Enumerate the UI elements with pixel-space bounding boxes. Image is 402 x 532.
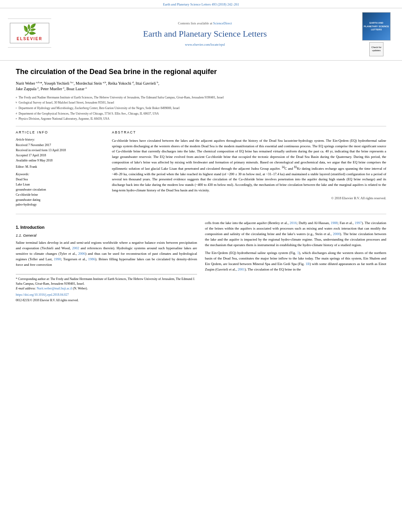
ref-fan-1997[interactable]: 1997 xyxy=(355,221,362,225)
contents-available-line: Contents lists available at ScienceDirec… xyxy=(59,21,351,26)
body-para-right-1: cells from the lake into the adjacent aq… xyxy=(205,221,386,248)
section-divider xyxy=(16,126,386,126)
journal-reference: Earth and Planetary Science Letters 493 … xyxy=(163,2,239,6)
keywords-label: Keywords: xyxy=(16,172,102,176)
ref-yechieli-2002[interactable]: 2002 xyxy=(72,246,79,250)
corresponding-author-note: * Corresponding author at: The Fredy and… xyxy=(16,277,197,286)
epsl-logo: EARTH AND PLANETARY SCIENCE LETTERS xyxy=(362,12,391,41)
article-title: The circulation of the Dead Sea brine in… xyxy=(16,67,386,77)
body-right-column: cells from the lake into the adjacent aq… xyxy=(205,221,386,302)
keyword-gw-dating: groundwater dating xyxy=(16,198,102,203)
body-left-column: 1. Introduction 1.1. General Saline term… xyxy=(16,221,197,302)
article-info-title: ARTICLE INFO xyxy=(16,130,102,135)
subsection-1-1-heading: 1.1. General xyxy=(16,233,197,238)
affiliation-c: c Department of Hydrology and Microbiolo… xyxy=(16,106,386,111)
editor-line: Editor: M. Frank xyxy=(16,165,102,170)
received-date: Received 7 November 2017 xyxy=(16,143,102,148)
abstract-section: ABSTRACT Ca-chloride brines have circula… xyxy=(112,130,386,208)
keyword-dead-sea: Dead Sea xyxy=(16,177,102,182)
affiliation-d: d Department of the Geophysical Sciences… xyxy=(16,111,386,116)
email-note: E-mail address: Nurit.weber@mail.huji.ac… xyxy=(16,286,197,291)
affiliation-e: e Physics Division, Argonne National Lab… xyxy=(16,117,386,121)
journal-center-info: Contents lists available at ScienceDirec… xyxy=(51,21,359,48)
ref-gavrieli-2001[interactable]: 2001 xyxy=(238,267,245,271)
journal-title: Earth and Planetary Science Letters xyxy=(59,28,351,40)
authors-line: Nurit Weber a,b,*, Yoseph Yechieli b,c, … xyxy=(16,81,386,92)
footer-copyright: 0012-821X/© 2018 Elsevier B.V. All right… xyxy=(16,298,197,303)
ref-torgersen-1986[interactable]: 1986 xyxy=(88,257,95,261)
keyword-gw-circ: groundwater circulation xyxy=(16,187,102,193)
journal-header: 🌿 ELSEVIER Contents lists available at S… xyxy=(0,8,402,61)
available-date: Available online 9 May 2018 xyxy=(16,158,102,163)
elsevier-logo-container: 🌿 ELSEVIER xyxy=(8,19,51,48)
keyword-lake-lisan: Lake Lisan xyxy=(16,182,102,187)
crossmark-badge: Check for updates xyxy=(369,42,383,56)
affiliation-b: b Geological Survey of Israel, 30 Malche… xyxy=(16,100,386,105)
keyword-ca-chloride: Ca-chloride brine xyxy=(16,193,102,198)
section-1-heading: 1. Introduction xyxy=(16,224,197,230)
accepted-date: Accepted 17 April 2018 xyxy=(16,153,102,158)
ref-stein-2000[interactable]: 2000 xyxy=(333,232,340,236)
copyright-line: © 2018 Elsevier B.V. All rights reserved… xyxy=(112,196,386,201)
ref-teller-1990[interactable]: 1990 xyxy=(54,257,61,261)
affiliations: a The Fredy and Nadine Herrmann Institut… xyxy=(16,95,386,121)
elsevier-tree-icon: 🌿 xyxy=(12,24,47,35)
body-divider xyxy=(16,214,386,214)
journal-reference-bar: Earth and Planetary Science Letters 493 … xyxy=(0,0,402,8)
affiliation-a: a The Fredy and Nadine Herrmann Institut… xyxy=(16,95,386,100)
ref-tyler-2006[interactable]: 2006 xyxy=(78,252,85,256)
abstract-text: Ca-chloride brines have circulated betwe… xyxy=(112,138,386,193)
article-content: The circulation of the Dead Sea brine in… xyxy=(0,63,402,311)
body-content: 1. Introduction 1.1. General Saline term… xyxy=(16,221,386,302)
ref-duffy-1988[interactable]: 1988 xyxy=(331,221,338,225)
article-footer: * Corresponding author at: The Fredy and… xyxy=(16,274,197,303)
received-revised-date: Received in revised form 13 April 2018 xyxy=(16,148,102,153)
body-para-1: Saline terminal lakes develop in arid an… xyxy=(16,240,197,268)
article-meta-abstract: ARTICLE INFO Article history: Received 7… xyxy=(16,130,386,208)
article-info-panel: ARTICLE INFO Article history: Received 7… xyxy=(16,130,102,208)
elsevier-logo-box: 🌿 ELSEVIER xyxy=(10,23,49,43)
ref-fig1[interactable]: 1 xyxy=(297,251,299,255)
elsevier-wordmark: ELSEVIER xyxy=(12,36,47,42)
email-link[interactable]: Nurit.weber@mail.huji.ac.il xyxy=(37,287,72,290)
doi-link[interactable]: https://doi.org/10.1016/j.epsl.2018.04.0… xyxy=(16,293,197,297)
ref-bentley-2016[interactable]: 2016 xyxy=(290,221,297,225)
keyword-paleo: paleo-hydrology xyxy=(16,202,102,208)
article-history-label: Article history: xyxy=(16,137,102,142)
body-para-right-2: The Ein-Qedem (EQ) hydrothermal saline s… xyxy=(205,250,386,272)
ref-fig1b[interactable]: 1B xyxy=(305,262,310,266)
journal-right-logos: EARTH AND PLANETARY SCIENCE LETTERS Chec… xyxy=(359,12,394,56)
abstract-title: ABSTRACT xyxy=(112,130,386,135)
journal-url[interactable]: www.elsevier.com/locate/epsl xyxy=(59,43,351,47)
sciencedirect-link[interactable]: ScienceDirect xyxy=(213,21,232,25)
